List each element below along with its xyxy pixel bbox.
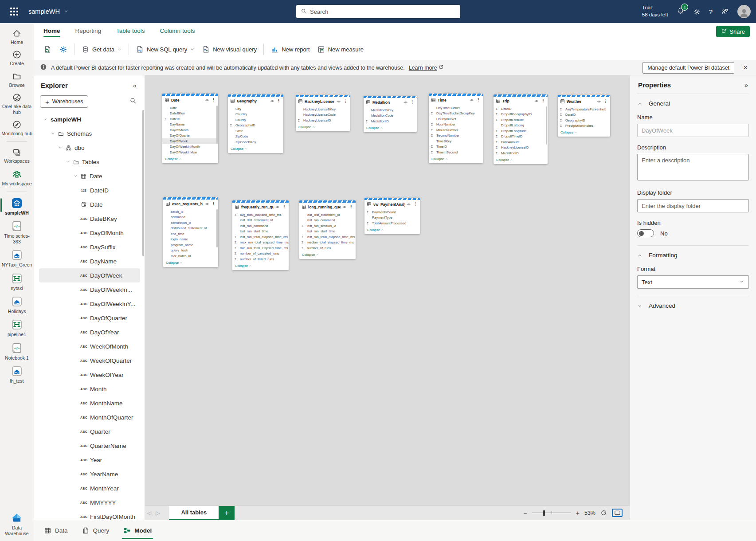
more-options-icon[interactable]: ⋮ (343, 99, 348, 103)
rail-item-browse[interactable]: Browse (0, 71, 34, 88)
collapse-card-link[interactable]: Collapse (558, 129, 610, 137)
card-field-max-run-total-elapsed-time-ms[interactable]: Σmax_run_total_elapsed_time_ms (232, 240, 289, 246)
card-field-county[interactable]: County (228, 117, 283, 123)
collapse-card-link[interactable]: Collapse (296, 124, 350, 131)
collapse-card-link[interactable]: Collapse (232, 263, 289, 270)
collapse-card-link[interactable]: Collapse (494, 157, 548, 164)
collapse-card-link[interactable]: Collapse (364, 125, 417, 132)
tree-item-month[interactable]: ABCMonth (39, 382, 140, 396)
collapse-card-link[interactable]: Collapse (429, 156, 483, 163)
settings-gear-icon[interactable] (693, 8, 701, 16)
tree-item-schemas[interactable]: Schemas (39, 126, 140, 141)
card-field-fareamount[interactable]: ΣFareAmount (494, 139, 548, 145)
eye-icon[interactable] (407, 202, 411, 207)
card-field-avg-total-elapsed-time-ms[interactable]: Σavg_total_elapsed_time_ms (232, 212, 289, 218)
toolbar-new-report-button[interactable]: New report (267, 43, 313, 56)
tree-item-firstdayofmonth[interactable]: ABCFirstDayOfMonth (39, 510, 140, 520)
tree-item-dayofquarter[interactable]: ABCDayOfQuarter (39, 311, 140, 325)
rail-item-create[interactable]: Create (0, 50, 34, 66)
tree-item-daysuffix[interactable]: ABCDaySuffix (39, 240, 140, 254)
manage-dataset-button[interactable]: Manage default Power BI dataset (642, 62, 734, 74)
card-field-dateid[interactable]: ΣDateID (494, 106, 548, 112)
feedback-icon[interactable] (721, 8, 729, 16)
eye-icon[interactable] (597, 99, 601, 104)
chevron-down-icon[interactable] (64, 160, 71, 164)
eye-icon[interactable] (470, 98, 474, 102)
card-field-hackneylicenseid[interactable]: ΣHackneyLicenseID (296, 118, 350, 123)
card-field-program-name[interactable]: program_name (163, 242, 218, 248)
eye-icon[interactable] (275, 205, 280, 209)
rail-item-workspaces[interactable]: Workspaces (0, 147, 34, 164)
rail-item-notebook-1[interactable]: </>Notebook 1 (0, 342, 34, 361)
more-options-icon[interactable]: ⋮ (211, 98, 216, 102)
layout-next-icon[interactable]: ▷ (153, 510, 162, 516)
tree-item-dayname[interactable]: ABCDayName (39, 254, 140, 268)
card-field-medallionid[interactable]: ΣMedallionID (494, 150, 548, 156)
card-field-last-run-session-id[interactable]: Σlast_run_session_id (299, 223, 356, 229)
zoom-in-icon[interactable]: + (576, 510, 580, 517)
model-card-vw-paymentanalysis[interactable]: vw_PaymentAnalysis⋮ΣPaymentsCountPayment… (364, 198, 420, 234)
workspace-switcher[interactable]: sampleWH (28, 8, 69, 15)
rail-item-onelake-data-hub[interactable]: OneLake data hub (0, 93, 34, 115)
eye-icon[interactable] (205, 202, 209, 206)
card-field-daytimebucket[interactable]: DayTimeBucket (429, 105, 483, 111)
card-field-dropofflatlong[interactable]: DropoffLatLong (494, 123, 548, 129)
card-field-dayname[interactable]: DayName (162, 122, 218, 128)
toolbar-doc-refresh-button[interactable] (40, 43, 55, 56)
layout-prev-icon[interactable]: ◁ (145, 510, 153, 516)
learn-more-link[interactable]: Learn more (409, 64, 444, 71)
eye-icon[interactable] (403, 100, 408, 105)
eye-icon[interactable] (205, 98, 209, 102)
card-field-last-run-command[interactable]: last_run_command (232, 223, 289, 229)
collapse-properties-icon[interactable]: » (744, 81, 748, 89)
rail-item-nytaxi-green[interactable]: NYTaxi_Green (0, 249, 34, 267)
ribbon-tab-column-tools[interactable]: Column tools (160, 23, 195, 38)
card-field-root-batch-id[interactable]: root_batch_id (163, 253, 218, 259)
card-field-dropofftimeid[interactable]: ΣDropoffTimeID (494, 134, 548, 140)
card-field-city[interactable]: City (228, 106, 283, 112)
rail-item-lh-test[interactable]: lh_test (0, 365, 34, 384)
tree-item-mmyyyy[interactable]: ABCMMYYYY (39, 495, 140, 510)
model-canvas[interactable]: ◁ ▷ All tables + − + 53% Date⋮DateDateBK… (145, 75, 630, 520)
card-field-last-dist-statement-id[interactable]: last_dist_statement_id (232, 218, 289, 223)
toolbar-new-visual-query-button[interactable]: New visual query (198, 43, 260, 56)
tree-item-dayofweekin[interactable]: ABCDayOfWeekIn... (39, 282, 140, 297)
tree-item-monthofquarter[interactable]: ABCMonthOfQuarter (39, 410, 140, 424)
model-card-exec-requests-history[interactable]: exec_requests_history⋮batch_idcommandcon… (163, 197, 218, 267)
card-field-dayofquarter[interactable]: DayOfQuarter (162, 133, 218, 139)
card-field-medallioncode[interactable]: MedallionCode (364, 113, 417, 119)
zoom-slider[interactable] (532, 513, 571, 513)
eye-icon[interactable] (342, 205, 347, 209)
card-field-daytimebucketgroupkey[interactable]: ΣDayTimeBucketGroupKey (429, 111, 483, 117)
card-field-dateid[interactable]: ΣDateID (162, 116, 218, 122)
card-field-query-hash[interactable]: query_hash (163, 248, 218, 254)
rail-item-nytaxi[interactable]: nytaxi (0, 273, 34, 291)
card-field-precipitationinches[interactable]: ΣPrecipitationInches (558, 123, 610, 129)
section-general[interactable]: General (637, 94, 749, 113)
card-field-last-dist-statement-id[interactable]: last_dist_statement_id (299, 212, 356, 218)
collapse-card-link[interactable]: Collapse (163, 259, 218, 267)
card-field-last-run-start-time[interactable]: last_run_start_time (299, 229, 356, 235)
tree-item-quarter[interactable]: ABCQuarter (39, 424, 140, 439)
section-formatting[interactable]: Formatting (637, 245, 749, 265)
model-card-frequently-run-queries[interactable]: frequently_run_queries⋮Σavg_total_elapse… (232, 200, 289, 270)
card-field-min-run-total-elapsed-time-ms[interactable]: Σmin_run_total_elapsed_time_ms (232, 245, 289, 251)
card-scrollbar[interactable] (216, 106, 218, 144)
collapse-explorer-icon[interactable]: « (133, 82, 137, 89)
add-layout-button[interactable]: + (219, 506, 235, 520)
model-card-hackneylicense[interactable]: HackneyLicense⋮HackneyLicenseBKeyHackney… (296, 95, 350, 131)
card-field-number-of-runs[interactable]: Σnumber_of_runs (299, 245, 356, 251)
card-field-dropofflatitude[interactable]: ΣDropoffLatitude (494, 117, 548, 123)
rail-item-time-series-363[interactable]: </>Time series-363 (0, 220, 34, 244)
layout-tab-all-tables[interactable]: All tables (169, 506, 219, 520)
close-banner-icon[interactable]: ✕ (741, 64, 750, 71)
tree-item-yearname[interactable]: ABCYearName (39, 467, 140, 481)
add-warehouses-button[interactable]: + Warehouses (40, 95, 88, 108)
card-field-hackneylicensecode[interactable]: HackneyLicenseCode (296, 112, 350, 118)
card-field-command[interactable]: command (163, 215, 218, 220)
card-field-state[interactable]: State (228, 128, 283, 134)
zoom-slider-thumb[interactable] (543, 510, 545, 516)
ribbon-tab-table-tools[interactable]: Table tools (116, 23, 145, 38)
chevron-down-icon[interactable] (72, 174, 79, 178)
is-hidden-toggle[interactable] (637, 229, 654, 237)
